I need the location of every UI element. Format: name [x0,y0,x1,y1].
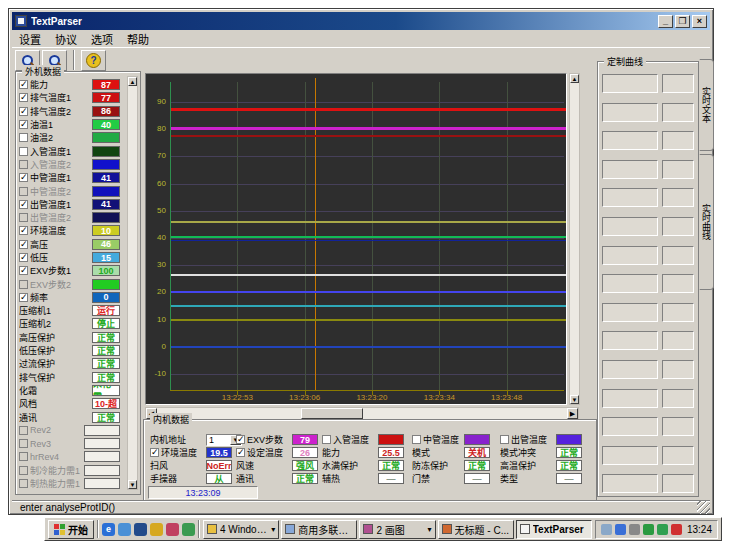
outdoor-checkbox-12[interactable]: ✓ [19,226,28,235]
custom-curve-name-field[interactable] [602,274,658,293]
taskbar-button-1[interactable]: 4 Windows...▾ [203,520,279,539]
custom-curve-name-field[interactable] [602,74,658,93]
custom-curve-value-field[interactable] [662,360,694,379]
custom-curve-value-field[interactable] [662,274,694,293]
custom-curve-value-field[interactable] [662,246,694,265]
restore-button[interactable]: ❐ [675,15,690,28]
messenger-tray-icon[interactable] [615,524,626,535]
outdoor-checkbox-8[interactable]: ✓ [19,173,28,182]
custom-curve-value-field[interactable] [662,474,694,493]
title-bar[interactable]: TextParser _ ❐ × [12,12,710,30]
indoor-checkbox-4-0[interactable] [500,435,509,444]
outdoor-checkbox-11[interactable] [19,213,28,222]
group-expand-icon[interactable]: ▾ [428,525,432,534]
volume-icon[interactable] [629,524,640,535]
outdoor-checkbox-28[interactable] [19,439,28,448]
custom-curve-name-field[interactable] [602,188,658,207]
start-button[interactable]: 开始 [48,520,94,539]
custom-curve-name-field[interactable] [602,360,658,379]
resize-grip-icon[interactable] [697,501,710,514]
close-button[interactable]: × [692,15,707,28]
custom-curve-name-field[interactable] [602,474,658,493]
outdoor-checkbox-30[interactable] [19,466,28,475]
download-tray-icon[interactable] [671,524,682,535]
outdoor-checkbox-1[interactable]: ✓ [19,80,28,89]
menu-item-2[interactable]: 协议 [48,30,84,48]
custom-curve-name-field[interactable] [602,103,658,122]
outdoor-scrollbar[interactable]: ▲ ▼ [127,76,138,490]
outlook-icon[interactable] [118,523,131,536]
indoor-checkbox-1-0[interactable]: ✓ [236,435,245,444]
scroll-up-icon[interactable]: ▲ [128,77,137,86]
custom-curve-name-field[interactable] [602,303,658,322]
custom-curve-value-field[interactable] [662,417,694,436]
taskbar-button-2[interactable]: 商用多联装... [281,520,357,539]
indoor-checkbox-2-0[interactable] [322,435,331,444]
custom-curve-name-field[interactable] [602,246,658,265]
outdoor-checkbox-4[interactable]: ✓ [19,120,28,129]
outdoor-checkbox-9[interactable] [19,187,28,196]
outdoor-checkbox-2[interactable]: ✓ [19,93,28,102]
outdoor-checkbox-15[interactable]: ✓ [19,266,28,275]
custom-curve-value-field[interactable] [662,446,694,465]
custom-curve-value-field[interactable] [662,103,694,122]
outdoor-checkbox-17[interactable]: ✓ [19,293,28,302]
taskbar-button-3[interactable]: 2 画图▾ [359,520,435,539]
antivirus-tray-icon[interactable] [643,524,654,535]
custom-curve-value-field[interactable] [662,303,694,322]
custom-curve-value-field[interactable] [662,160,694,179]
mail-icon[interactable] [150,523,163,536]
menu-item-1[interactable]: 设置 [12,30,48,48]
custom-curve-value-field[interactable] [662,74,694,93]
chart-vertical-scrollbar[interactable]: ▲ ▼ [569,73,580,405]
custom-curve-name-field[interactable] [602,446,658,465]
help-button[interactable]: ? [81,50,106,71]
msn-icon[interactable] [134,523,147,536]
custom-curve-name-field[interactable] [602,160,658,179]
media-icon[interactable] [182,523,195,536]
outdoor-checkbox-27[interactable] [19,426,28,435]
custom-curve-name-field[interactable] [602,389,658,408]
scroll-down-icon[interactable]: ▼ [128,480,137,489]
indoor-checkbox-3-0[interactable] [412,435,421,444]
custom-curve-name-field[interactable] [602,131,658,150]
indoor-checkbox-0-1[interactable]: ✓ [150,448,159,457]
indoor-checkbox-1-1[interactable]: ✓ [236,448,245,457]
menu-item-3[interactable]: 选项 [84,30,120,48]
ie-icon[interactable]: e [102,523,115,536]
print-queue-icon[interactable] [601,524,612,535]
custom-curve-name-field[interactable] [602,331,658,350]
security-icon[interactable] [166,523,179,536]
scrollbar-thumb[interactable] [301,408,363,419]
tab-realtime-curve[interactable]: 实时曲线 [699,154,714,290]
custom-curve-value-field[interactable] [662,331,694,350]
outdoor-checkbox-14[interactable]: ✓ [19,253,28,262]
custom-curve-value-field[interactable] [662,217,694,236]
outdoor-checkbox-3[interactable]: ✓ [19,107,28,116]
menu-item-4[interactable]: 帮助 [120,30,156,48]
tab-realtime-text[interactable]: 实时文本 [699,59,714,151]
outdoor-checkbox-29[interactable] [19,452,28,461]
taskbar-button-5[interactable]: TextParser [516,520,592,539]
outdoor-checkbox-7[interactable] [19,160,28,169]
scroll-down-icon[interactable]: ▼ [570,395,579,404]
outdoor-checkbox-31[interactable] [19,479,28,488]
outdoor-checkbox-10[interactable]: ✓ [19,200,28,209]
outdoor-checkbox-16[interactable] [19,280,28,289]
group-expand-icon[interactable]: ▾ [271,525,275,534]
custom-curve-name-field[interactable] [602,417,658,436]
custom-curve-value-field[interactable] [662,389,694,408]
minimize-button[interactable]: _ [658,15,673,28]
scroll-up-icon[interactable]: ▲ [570,74,579,83]
custom-curve-name-field[interactable] [602,217,658,236]
outdoor-checkbox-5[interactable] [19,133,28,142]
monitor-tray-icon[interactable] [657,524,668,535]
tray-clock: 13:24 [685,524,712,535]
custom-curve-value-field[interactable] [662,188,694,207]
outdoor-value [84,478,120,489]
taskbar-button-4[interactable]: 无标题 - C... [438,520,514,539]
outdoor-checkbox-6[interactable] [19,147,28,156]
scroll-right-icon[interactable]: ▶ [567,408,578,419]
custom-curve-value-field[interactable] [662,131,694,150]
outdoor-checkbox-13[interactable]: ✓ [19,240,28,249]
